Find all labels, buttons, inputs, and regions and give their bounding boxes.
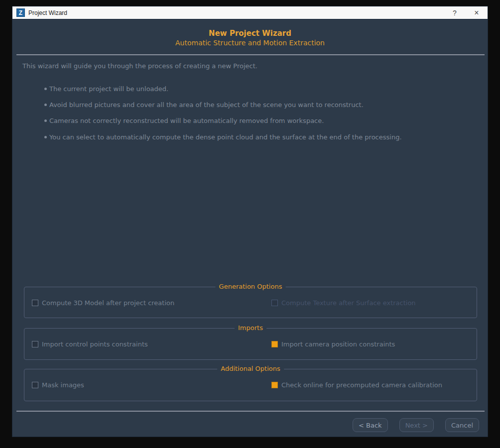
group-row: Compute 3D Model after project creation … (32, 299, 472, 307)
checkbox-icon[interactable] (271, 300, 278, 306)
bullet-item: Avoid blurred pictures and cover all the… (44, 101, 364, 109)
checkbox-compute-texture[interactable]: Compute Texture after Surface extraction (271, 299, 416, 307)
bullet-icon (44, 119, 47, 122)
checkbox-label: Compute 3D Model after project creation (42, 299, 174, 307)
checkbox-check-online-calibration[interactable]: Check online for precomputed camera cali… (271, 381, 442, 389)
checkbox-icon[interactable] (32, 300, 38, 306)
checkbox-icon[interactable] (271, 341, 278, 347)
bullet-item: You can select to automatically compute … (44, 133, 402, 141)
checkbox-icon[interactable] (271, 382, 278, 388)
checkbox-label: Mask images (42, 381, 84, 389)
header-divider (16, 54, 485, 55)
group-row: Import control points constraints Import… (32, 340, 472, 348)
back-button[interactable]: < Back (353, 418, 388, 432)
group-generation-options: Generation Options Compute 3D Model afte… (24, 287, 477, 318)
footer-buttons: < Back Next > Cancel (353, 418, 479, 432)
bullet-item: The current project will be unloaded. (44, 85, 168, 93)
checkbox-import-camera-position[interactable]: Import camera position constraints (271, 340, 395, 348)
next-button[interactable]: Next > (399, 418, 434, 432)
bullet-text: Avoid blurred pictures and cover all the… (49, 101, 364, 109)
bullet-icon (44, 136, 47, 138)
group-row: Mask images Check online for precomputed… (32, 381, 472, 389)
page-title: New Project Wizard (12, 28, 488, 38)
titlebar[interactable]: Z Project Wizard ? × (12, 6, 488, 19)
checkbox-compute-3d-model[interactable]: Compute 3D Model after project creation (32, 299, 174, 307)
wizard-header: New Project Wizard Automatic Structure a… (12, 28, 488, 48)
group-title: Imports (235, 324, 266, 332)
help-button[interactable]: ? (444, 6, 466, 19)
checkbox-icon[interactable] (32, 382, 38, 388)
window-title: Project Wizard (28, 9, 67, 16)
group-title: Additional Options (217, 365, 284, 372)
bullet-text: The current project will be unloaded. (49, 85, 168, 93)
bullet-text: Cameras not correctly reconstructed will… (49, 117, 324, 124)
bullet-text: You can select to automatically compute … (49, 133, 402, 141)
footer-divider (16, 411, 485, 412)
bullet-icon (44, 88, 47, 90)
bullet-item: Cameras not correctly reconstructed will… (44, 117, 324, 124)
checkbox-label: Compute Texture after Surface extraction (281, 299, 416, 307)
titlebar-controls: ? × (444, 6, 488, 19)
checkbox-label: Import control points constraints (42, 340, 148, 348)
bullet-icon (44, 104, 47, 106)
intro-lead: This wizard will guide you through the p… (22, 62, 257, 70)
checkbox-label: Import camera position constraints (281, 340, 395, 348)
cancel-button[interactable]: Cancel (445, 418, 479, 432)
group-additional-options: Additional Options Mask images Check onl… (24, 369, 477, 401)
app-icon: Z (16, 8, 25, 17)
close-button[interactable]: × (466, 6, 488, 19)
group-title: Generation Options (216, 283, 286, 290)
checkbox-label: Check online for precomputed camera cali… (281, 381, 442, 389)
checkbox-icon[interactable] (32, 341, 38, 347)
page-subtitle: Automatic Structure and Motion Extractio… (12, 38, 488, 48)
group-imports: Imports Import control points constraint… (24, 328, 477, 360)
checkbox-mask-images[interactable]: Mask images (32, 381, 84, 389)
project-wizard-dialog: Z Project Wizard ? × New Project Wizard … (12, 6, 488, 437)
checkbox-import-control-points[interactable]: Import control points constraints (32, 340, 148, 348)
